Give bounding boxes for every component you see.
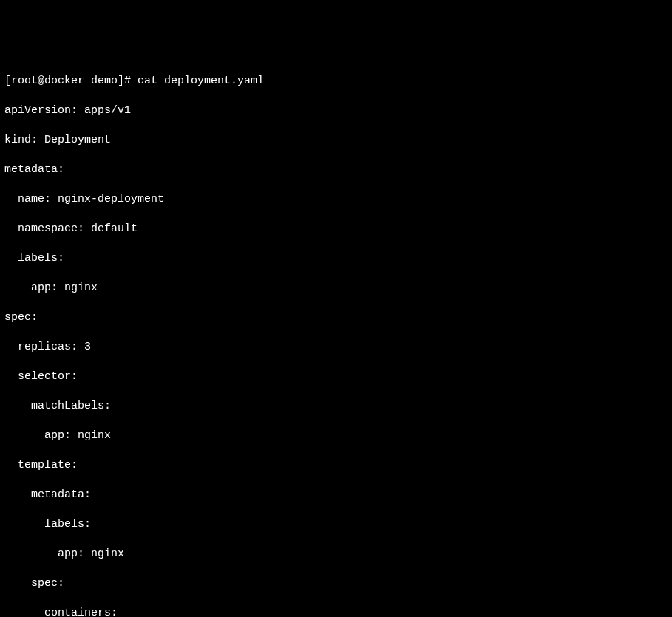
terminal-line: metadata:: [4, 488, 668, 502]
terminal-line: app: nginx: [4, 429, 668, 443]
terminal-line: metadata:: [4, 163, 668, 177]
terminal-line: spec:: [4, 576, 668, 591]
terminal-line: app: nginx: [4, 547, 668, 562]
terminal-line: labels:: [4, 251, 668, 266]
terminal-line: kind: Deployment: [4, 133, 668, 148]
terminal-line: template:: [4, 458, 668, 473]
terminal-line: name: nginx-deployment: [4, 192, 668, 207]
terminal-line: spec:: [4, 310, 668, 325]
terminal-line: replicas: 3: [4, 340, 668, 355]
terminal-line: labels:: [4, 517, 668, 532]
terminal-line: app: nginx: [4, 281, 668, 296]
terminal-line: containers:: [4, 606, 668, 617]
terminal-line: namespace: default: [4, 222, 668, 236]
terminal-line: matchLabels:: [4, 399, 668, 414]
terminal-line: selector:: [4, 369, 668, 384]
terminal-window[interactable]: [root@docker demo]# cat deployment.yaml …: [0, 59, 672, 617]
terminal-line: [root@docker demo]# cat deployment.yaml: [4, 74, 668, 89]
terminal-line: apiVersion: apps/v1: [4, 103, 668, 118]
